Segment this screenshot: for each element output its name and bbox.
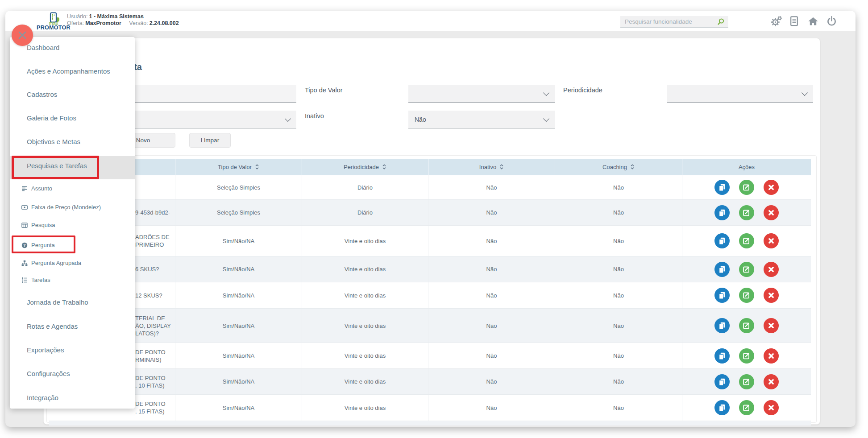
table-row: 6 SKUS? Sim/Não/NA Vinte e oito dias Não… xyxy=(49,256,811,282)
search-input[interactable] xyxy=(620,16,714,27)
edit-button[interactable] xyxy=(739,288,754,303)
home-icon[interactable] xyxy=(807,15,819,27)
delete-button[interactable] xyxy=(764,180,779,195)
menu-item-pergunta-agrupada[interactable]: Pergunta Agrupada xyxy=(10,257,135,269)
column-header-acoes: Ações xyxy=(682,159,811,175)
duplicate-button[interactable] xyxy=(714,374,730,389)
row-coaching: Não xyxy=(555,395,682,421)
chevron-down-icon xyxy=(543,90,549,96)
row-periodicidade: Vinte e oito dias xyxy=(302,226,428,256)
duplicate-button[interactable] xyxy=(714,400,730,415)
table-row: ADRÕES DE PRIMEIRO Sim/Não/NA Vinte e oi… xyxy=(49,225,811,256)
row-inativo: Não xyxy=(428,369,555,394)
inativo-select[interactable]: Não xyxy=(408,111,555,128)
delete-button[interactable] xyxy=(764,348,779,364)
menu-item-integracao[interactable]: Integração xyxy=(10,392,135,404)
column-header-tipo-de-valor[interactable]: Tipo de Valor xyxy=(175,159,302,175)
duplicate-button[interactable] xyxy=(714,180,730,195)
duplicate-button[interactable] xyxy=(714,288,730,303)
sort-icon[interactable] xyxy=(382,164,386,170)
menu-item-assunto[interactable]: Assunto xyxy=(10,182,135,195)
user-label: Usuário: xyxy=(67,13,88,20)
x-icon xyxy=(767,265,776,274)
duplicate-button[interactable] xyxy=(714,348,730,364)
screen: max PROMOTOR Usuário:1 - Máxima Sistemas… xyxy=(0,0,868,438)
row-periodicidade: Diário xyxy=(302,175,428,199)
table-row-partial xyxy=(49,421,811,426)
column-header-coaching[interactable]: Coaching xyxy=(555,159,682,175)
question-circle-icon: ? xyxy=(21,242,28,248)
tipo-de-valor-label: Tipo de Valor xyxy=(305,87,343,94)
copy-icon xyxy=(717,208,727,218)
chevron-down-icon xyxy=(543,116,549,122)
search-icon[interactable] xyxy=(717,18,725,26)
edit-button[interactable] xyxy=(739,233,754,248)
row-description: DE PONTO RMINAIS) xyxy=(135,348,166,364)
duplicate-button[interactable] xyxy=(714,205,730,220)
delete-button[interactable] xyxy=(764,233,779,248)
edit-button[interactable] xyxy=(739,318,754,333)
column-header-inativo[interactable]: Inativo xyxy=(428,159,555,175)
row-coaching: Não xyxy=(555,200,682,225)
duplicate-button[interactable] xyxy=(714,318,730,333)
menu-item-exportacoes[interactable]: Exportações xyxy=(10,344,135,356)
menu-item-acoes-e-acompanhamentos[interactable]: Ações e Acompanhamentos xyxy=(10,65,135,78)
copy-icon xyxy=(717,321,727,331)
edit-button[interactable] xyxy=(739,180,754,195)
limpar-button[interactable]: Limpar xyxy=(189,133,231,148)
power-icon[interactable] xyxy=(826,15,838,27)
report-document-icon[interactable] xyxy=(788,15,800,27)
duplicate-button[interactable] xyxy=(714,233,730,248)
menu-item-configuracoes[interactable]: Configurações xyxy=(10,368,135,380)
menu-item-rotas-e-agendas[interactable]: Rotas e Agendas xyxy=(10,320,135,333)
delete-button[interactable] xyxy=(764,262,779,277)
inativo-value: Não xyxy=(415,116,426,123)
row-inativo: Não xyxy=(428,282,555,308)
row-coaching: Não xyxy=(555,226,682,256)
sort-icon[interactable] xyxy=(255,164,259,170)
row-description: DE PONTO . 10 FITAS) xyxy=(135,374,166,389)
periodicidade-select[interactable] xyxy=(667,85,813,103)
x-icon xyxy=(767,403,776,412)
user-info-line: Usuário:1 - Máxima Sistemas xyxy=(67,13,144,20)
pergunta-table: Tipo de Valor Periodicidade Inativo Coac… xyxy=(49,159,811,426)
delete-button[interactable] xyxy=(764,205,779,220)
menu-item-jornada-de-trabalho[interactable]: Jornada de Trabalho xyxy=(10,296,135,309)
row-description: 9-453d-b9d2- xyxy=(135,209,170,216)
settings-gears-icon[interactable] xyxy=(771,15,783,27)
row-tipo-de-valor: Seleção Simples xyxy=(175,200,302,225)
edit-button[interactable] xyxy=(739,348,754,364)
delete-button[interactable] xyxy=(764,400,779,415)
menu-item-objetivos-e-metas[interactable]: Objetivos e Metas xyxy=(10,136,135,148)
menu-item-galeria-de-fotos[interactable]: Galeria de Fotos xyxy=(10,112,135,124)
delete-button[interactable] xyxy=(764,374,779,389)
edit-button[interactable] xyxy=(739,262,754,277)
edit-button[interactable] xyxy=(739,374,754,389)
menu-item-pergunta[interactable]: ? Pergunta xyxy=(10,239,135,252)
sort-icon[interactable] xyxy=(630,164,635,170)
menu-item-tarefas[interactable]: Tarefas xyxy=(10,274,135,286)
version-label: Versão: xyxy=(129,20,148,26)
row-periodicidade: Vinte e oito dias xyxy=(302,256,428,282)
delete-button[interactable] xyxy=(764,288,779,303)
menu-item-pesquisas-e-tarefas[interactable]: Pesquisas e Tarefas xyxy=(10,160,135,172)
x-icon xyxy=(767,236,776,245)
column-header-periodicidade[interactable]: Periodicidade xyxy=(302,159,428,175)
row-inativo: Não xyxy=(428,309,555,343)
edit-icon xyxy=(742,351,752,361)
tipo-de-valor-select[interactable] xyxy=(408,85,555,103)
x-icon xyxy=(767,351,776,360)
menu-item-pesquisa[interactable]: Pesquisa xyxy=(10,219,135,231)
table-row: DE PONTO . 15 FITAS) Sim/Não/NA Vinte e … xyxy=(49,394,811,421)
menu-item-cadastros[interactable]: Cadastros xyxy=(10,88,135,101)
x-icon xyxy=(767,208,776,217)
money-icon xyxy=(21,204,28,211)
menu-item-faixa-de-preco[interactable]: Faixa de Preço (Mondelez) xyxy=(10,201,135,214)
edit-button[interactable] xyxy=(739,205,754,220)
edit-button[interactable] xyxy=(739,400,754,415)
row-description: 12 SKUS? xyxy=(135,292,162,299)
duplicate-button[interactable] xyxy=(714,262,730,277)
delete-button[interactable] xyxy=(764,318,779,333)
close-menu-button[interactable] xyxy=(12,25,33,46)
sort-icon[interactable] xyxy=(499,164,504,170)
